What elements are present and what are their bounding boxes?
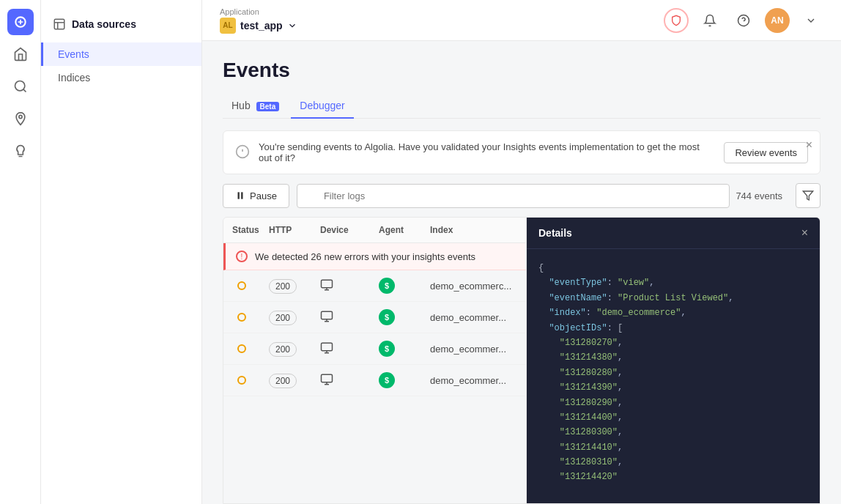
pause-icon <box>235 190 245 201</box>
cell-index: demo_ecommer... <box>421 368 524 393</box>
cell-status <box>223 368 260 392</box>
svg-rect-10 <box>238 192 240 199</box>
app-name: test_app <box>240 20 283 32</box>
sidebar-title: Data sources <box>72 18 136 30</box>
alert-text: You're sending events to Algolia. Have y… <box>259 141 715 163</box>
log-controls: Pause 744 events <box>223 183 820 208</box>
details-title: Details <box>538 227 572 239</box>
sidebar-item-indices[interactable]: Indices <box>41 66 201 89</box>
error-banner: ! We detected 26 new errors with your in… <box>223 243 526 270</box>
cell-agent: $ <box>370 333 421 364</box>
table-header: Status HTTP Device Agent Index Use <box>223 218 526 243</box>
pause-button[interactable]: Pause <box>223 184 289 208</box>
cell-http: 200 <box>260 368 311 393</box>
details-close-button[interactable]: × <box>801 226 808 240</box>
icon-bar <box>0 0 41 504</box>
tab-hub[interactable]: Hub Beta <box>223 94 288 119</box>
bulb-icon[interactable] <box>7 138 34 164</box>
search-icon[interactable] <box>7 73 34 100</box>
svg-rect-24 <box>322 374 333 382</box>
app-badge: AL <box>220 18 236 34</box>
app-switcher[interactable]: AL test_app <box>220 18 297 34</box>
col-http: HTTP <box>260 218 311 242</box>
page-content: Events Hub Beta Debugger You're sending … <box>202 41 841 504</box>
topbar-app-selector: Application AL test_app <box>220 7 297 34</box>
cell-use: my <box>524 336 526 362</box>
svg-point-1 <box>15 81 24 91</box>
app-logo-icon[interactable] <box>7 9 34 35</box>
review-events-button[interactable]: Review events <box>724 142 808 163</box>
cell-use: my <box>524 273 526 299</box>
topbar-actions: AN <box>664 8 823 33</box>
shield-icon[interactable] <box>664 8 689 33</box>
table-container: Status HTTP Device Agent Index Use ! We … <box>223 217 820 504</box>
alert-close-button[interactable]: × <box>806 138 812 152</box>
filter-icon <box>802 190 814 201</box>
page-title: Events <box>223 59 820 82</box>
table-row[interactable]: 200 $ demo_ecommer... my <box>223 365 526 396</box>
details-body: { "eventType": "view", "eventName": "Pro… <box>527 249 820 503</box>
application-label: Application <box>220 7 297 16</box>
svg-rect-11 <box>241 192 242 199</box>
col-status: Status <box>223 218 260 242</box>
filter-icon-button[interactable] <box>796 183 820 208</box>
svg-marker-14 <box>803 191 812 200</box>
notifications-icon[interactable] <box>697 8 722 33</box>
filter-logs-input[interactable] <box>297 184 730 208</box>
sidebar: Data sources Events Indices <box>41 0 202 504</box>
filter-wrap: 744 events <box>297 184 788 208</box>
cell-http: 200 <box>260 273 311 299</box>
cell-device <box>311 271 370 301</box>
sidebar-item-events[interactable]: Events <box>41 42 201 66</box>
details-panel: Details × { "eventType": "view", "eventN… <box>527 218 820 503</box>
cell-use: my <box>524 368 526 393</box>
cell-status <box>223 337 260 360</box>
col-agent: Agent <box>370 218 421 242</box>
cell-use: my <box>524 305 526 330</box>
cell-agent: $ <box>370 302 421 333</box>
cell-index: demo_ecommerc... <box>421 273 524 299</box>
details-header: Details × <box>527 218 820 249</box>
svg-rect-18 <box>322 311 333 319</box>
beta-badge: Beta <box>256 102 280 111</box>
table-row[interactable]: 200 $ demo_ecommerc... my <box>223 270 526 302</box>
alert-banner: You're sending events to Algolia. Have y… <box>223 130 820 174</box>
main-content: Application AL test_app AN <box>202 0 841 504</box>
cell-status <box>223 274 260 297</box>
table-body: ! We detected 26 new errors with your in… <box>223 243 526 503</box>
table-row[interactable]: 200 $ demo_ecommer... my <box>223 302 526 333</box>
col-index: Index <box>421 218 524 242</box>
info-icon <box>235 144 250 161</box>
svg-point-3 <box>18 115 21 118</box>
cell-http: 200 <box>260 305 311 330</box>
cell-device <box>311 303 370 333</box>
error-text: We detected 26 new errors with your insi… <box>255 251 475 262</box>
topbar: Application AL test_app AN <box>202 0 841 41</box>
sidebar-header: Data sources <box>41 12 201 42</box>
col-device: Device <box>311 218 370 242</box>
home-icon[interactable] <box>7 41 34 67</box>
table-left: Status HTTP Device Agent Index Use ! We … <box>223 218 527 503</box>
pin-icon[interactable] <box>7 105 34 132</box>
help-icon[interactable] <box>731 8 756 33</box>
cell-http: 200 <box>260 336 311 362</box>
cell-index: demo_ecommer... <box>421 305 524 330</box>
table-row[interactable]: 200 $ demo_ecommer... my <box>223 333 526 365</box>
chevron-down-icon <box>287 21 297 31</box>
tab-debugger[interactable]: Debugger <box>291 94 354 119</box>
avatar[interactable]: AN <box>765 8 790 33</box>
svg-rect-15 <box>322 280 333 288</box>
cell-index: demo_ecommer... <box>421 336 524 362</box>
cell-agent: $ <box>370 365 421 396</box>
cell-status <box>223 305 260 329</box>
cell-device <box>311 334 370 364</box>
cell-agent: $ <box>370 270 421 301</box>
tabs: Hub Beta Debugger <box>223 94 820 119</box>
svg-line-2 <box>23 89 26 92</box>
events-count: 744 events <box>730 190 788 201</box>
cell-device <box>311 366 370 396</box>
chevron-down-icon[interactable] <box>799 8 823 33</box>
svg-rect-21 <box>322 343 333 351</box>
svg-rect-4 <box>54 19 64 29</box>
error-icon: ! <box>236 251 248 262</box>
